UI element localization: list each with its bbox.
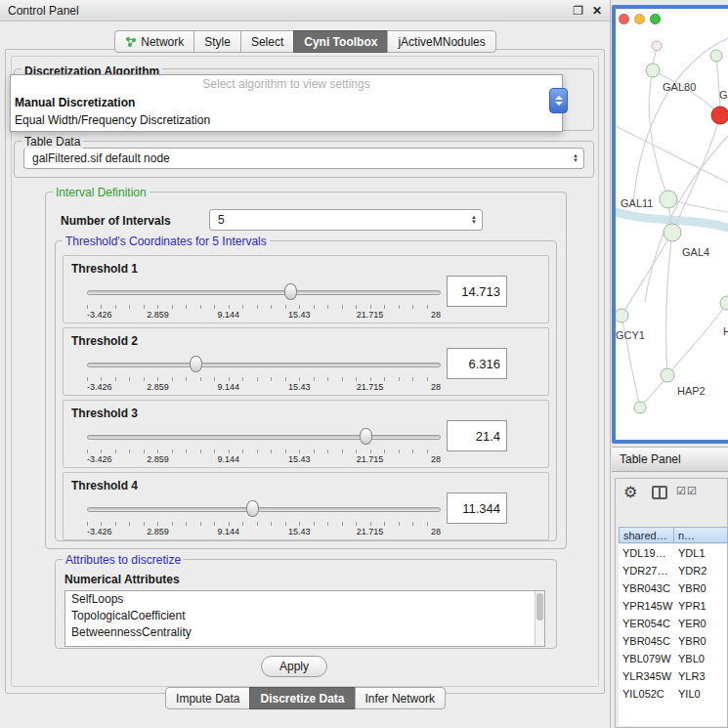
threshold-4-value[interactable]: 11.344 xyxy=(447,492,507,524)
list-scrollbar[interactable] xyxy=(535,591,544,646)
network-node[interactable] xyxy=(720,296,728,310)
threshold-4-label: Threshold 4 xyxy=(71,479,138,492)
table-panel-window: ⚙ ☑☑ shared… n… YDL19…YDL1YDR27…YDR2YBR0… xyxy=(615,478,728,728)
table-row[interactable]: YLR345WYLR3 xyxy=(619,667,727,685)
threshold-2-slider-thumb[interactable] xyxy=(190,356,202,372)
threshold-1-slider[interactable]: -3.4262.8599.14415.4321.71528 xyxy=(87,279,441,319)
close-icon[interactable]: ✕ xyxy=(592,4,602,18)
algorithm-combo-arrow-button[interactable] xyxy=(549,88,568,113)
network-node[interactable] xyxy=(661,368,674,382)
network-node[interactable] xyxy=(660,191,677,208)
tab-style[interactable]: Style xyxy=(193,30,241,53)
numerical-attributes-label: Numerical Attributes xyxy=(64,573,180,586)
threshold-2-slider[interactable]: -3.4262.8599.14415.4321.71528 xyxy=(87,352,441,391)
network-canvas[interactable]: GAL80GAGAL11GAL4GCY1HAP2H xyxy=(616,9,728,440)
popup-option-equal-width[interactable]: Equal Width/Frequency Discretization xyxy=(11,111,562,129)
table-data-select[interactable]: galFiltered.sif default node ▲▼ xyxy=(23,148,584,169)
tab-impute-data[interactable]: Impute Data xyxy=(165,687,250,709)
float-window-icon[interactable]: ❐ xyxy=(573,4,583,18)
tab-select[interactable]: Select xyxy=(240,30,294,53)
mac-minimize-icon[interactable] xyxy=(634,14,645,24)
tick-label: 9.144 xyxy=(218,310,240,320)
table-row[interactable]: YPR145WYPR1 xyxy=(619,597,727,615)
network-node[interactable] xyxy=(711,107,728,124)
tab-label: Impute Data xyxy=(176,692,239,706)
select-checkboxes-icon[interactable]: ☑☑ xyxy=(676,485,698,497)
attribute-list-item[interactable]: SelfLoops xyxy=(65,591,544,608)
attribute-list-item[interactable]: BetweennessCentrality xyxy=(65,624,544,641)
network-node-label: HAP2 xyxy=(677,385,706,397)
threshold-1-value[interactable]: 14.713 xyxy=(447,276,507,307)
table-cell: YDR27… xyxy=(619,562,674,579)
algorithm-dropdown-popup: Select algorithm to view settings Manual… xyxy=(10,74,563,132)
table-cell: YIL052C xyxy=(619,685,674,703)
tick-label: 21.715 xyxy=(357,527,384,536)
network-node-label: GAL80 xyxy=(663,81,696,93)
number-of-intervals-select[interactable]: 5 ▲▼ xyxy=(209,209,483,231)
threshold-3-value[interactable]: 21.4 xyxy=(447,420,507,451)
table-row[interactable]: YDR27…YDR2 xyxy=(619,562,727,579)
network-node[interactable] xyxy=(634,402,646,413)
slider-ticks xyxy=(87,305,441,309)
tick-label: -3.426 xyxy=(87,527,112,536)
table-row[interactable]: YBR045CYBR0 xyxy=(619,632,727,650)
tab-jactivemnodules[interactable]: jActiveMNodules xyxy=(387,30,495,53)
column-header-name[interactable]: n… xyxy=(673,527,728,543)
table-row[interactable]: YDL19…YDL1 xyxy=(619,544,727,562)
attribute-list-item[interactable]: TopologicalCoefficient xyxy=(65,608,544,624)
slider-tick-labels: -3.4262.8599.14415.4321.71528 xyxy=(87,310,441,321)
threshold-4-slider[interactable]: -3.4262.8599.14415.4321.71528 xyxy=(87,496,441,535)
mac-close-icon[interactable] xyxy=(619,14,629,24)
network-icon xyxy=(125,36,137,48)
attributes-group-title: Attributes to discretize xyxy=(63,553,184,567)
network-node[interactable] xyxy=(710,50,722,62)
threshold-3-slider[interactable]: -3.4262.8599.14415.4321.71528 xyxy=(87,424,441,463)
control-panel-window: Control Panel ❐ ✕ Network Style Select C… xyxy=(0,0,611,728)
tick-label: 21.715 xyxy=(357,310,384,320)
window-title: Control Panel xyxy=(8,4,79,18)
tick-label: 15.43 xyxy=(288,527,311,536)
threshold-4-slider-thumb[interactable] xyxy=(246,500,259,517)
table-data-selected-value: galFiltered.sif default node xyxy=(32,151,170,165)
slider-track xyxy=(87,435,441,440)
tick-label: 9.144 xyxy=(218,454,240,464)
threshold-2-value[interactable]: 6.316 xyxy=(447,348,507,379)
gear-icon[interactable]: ⚙ xyxy=(623,483,637,501)
apply-button[interactable]: Apply xyxy=(261,656,327,677)
column-header-shared-name[interactable]: shared… xyxy=(619,527,674,543)
network-node[interactable] xyxy=(664,224,681,241)
numerical-attributes-list-items: SelfLoopsTopologicalCoefficientBetweenne… xyxy=(65,591,544,641)
network-node[interactable] xyxy=(652,41,662,51)
table-cell: YBR0 xyxy=(674,579,727,597)
table-cell: YLR345W xyxy=(619,667,674,685)
tick-label: -3.426 xyxy=(87,310,112,320)
bottom-tabs: Impute Data Discretize Data Infer Networ… xyxy=(0,687,611,709)
tab-network[interactable]: Network xyxy=(114,30,194,53)
mac-zoom-icon[interactable] xyxy=(650,14,661,24)
network-node[interactable] xyxy=(616,309,628,322)
threshold-1-slider-thumb[interactable] xyxy=(284,283,297,300)
slider-ticks xyxy=(87,522,441,526)
table-row[interactable]: YBL079WYBL0 xyxy=(619,650,727,667)
table-row[interactable]: YIL052CYIL0 xyxy=(619,685,727,703)
tab-label: Infer Network xyxy=(365,692,435,706)
table-cell: YLR3 xyxy=(674,667,727,685)
threshold-3-slider-thumb[interactable] xyxy=(360,428,372,445)
tick-label: 28 xyxy=(431,382,441,392)
numerical-attributes-list[interactable]: SelfLoopsTopologicalCoefficientBetweenne… xyxy=(64,590,545,647)
popup-option-manual-discretization[interactable]: Manual Discretization xyxy=(11,94,562,111)
tab-infer-network[interactable]: Infer Network xyxy=(355,687,446,709)
table-row[interactable]: YER054CYER0 xyxy=(619,615,727,632)
tab-discretize-data[interactable]: Discretize Data xyxy=(249,687,355,709)
network-view-window[interactable]: GAL80GAGAL11GAL4GCY1HAP2H xyxy=(612,5,728,444)
table-cell: YBR043C xyxy=(619,579,674,597)
tab-cyni-toolbox[interactable]: Cyni Toolbox xyxy=(293,30,388,53)
slider-ticks xyxy=(87,450,441,453)
tab-label: Discretize Data xyxy=(260,692,344,706)
table-cell: YBR0 xyxy=(674,632,727,650)
table-row[interactable]: YBR043CYBR0 xyxy=(619,579,727,597)
tick-label: 9.144 xyxy=(218,527,240,536)
columns-icon[interactable] xyxy=(652,486,667,499)
table-cell: YDL1 xyxy=(674,544,727,562)
network-node[interactable] xyxy=(646,64,660,77)
